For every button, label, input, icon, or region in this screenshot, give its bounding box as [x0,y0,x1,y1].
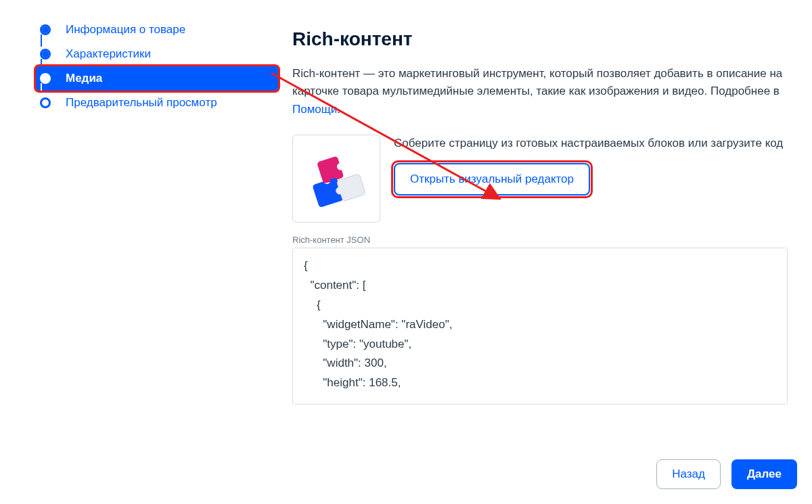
step-dot-icon [40,73,51,84]
step-label: Медиа [66,72,102,85]
back-button[interactable]: Назад [656,459,721,489]
step-dot-icon [40,24,51,35]
step-label: Характеристики [66,47,151,61]
help-link[interactable]: Помощи [292,103,337,116]
page-title: Rich-контент [292,28,793,50]
wizard-stepper: Информация о товаре Характеристики Медиа… [36,18,278,115]
rich-content-json-input[interactable] [292,248,788,405]
step-dot-icon [40,49,51,60]
step-characteristics[interactable]: Характеристики [36,42,278,66]
step-preview[interactable]: Предварительный просмотр [36,91,278,115]
step-media[interactable]: Медиа [36,66,278,91]
promo-thumbnail [292,135,380,223]
step-label: Предварительный просмотр [66,96,217,110]
step-label: Информация о товаре [66,23,185,37]
json-label: Rich-контент JSON [292,235,793,245]
puzzle-icon [307,149,366,208]
step-dot-icon [40,97,51,108]
main-content: Rich-контент Rich-контент — это маркетин… [292,28,793,407]
open-visual-editor-button[interactable]: Открыть визуальный редактор [394,163,590,196]
promo-card: Соберите страницу из готовых настраиваем… [292,135,793,223]
desc-lead: Rich-контент — это маркетинговый инструм… [292,67,782,97]
wizard-footer: Назад Далее [656,459,797,489]
promo-text: Соберите страницу из готовых настраиваем… [394,135,783,152]
step-product-info[interactable]: Информация о товаре [36,18,278,42]
rich-content-description: Rich-контент — это маркетинговый инструм… [292,65,793,118]
next-button[interactable]: Далее [731,459,797,489]
desc-trail: . [337,103,340,116]
